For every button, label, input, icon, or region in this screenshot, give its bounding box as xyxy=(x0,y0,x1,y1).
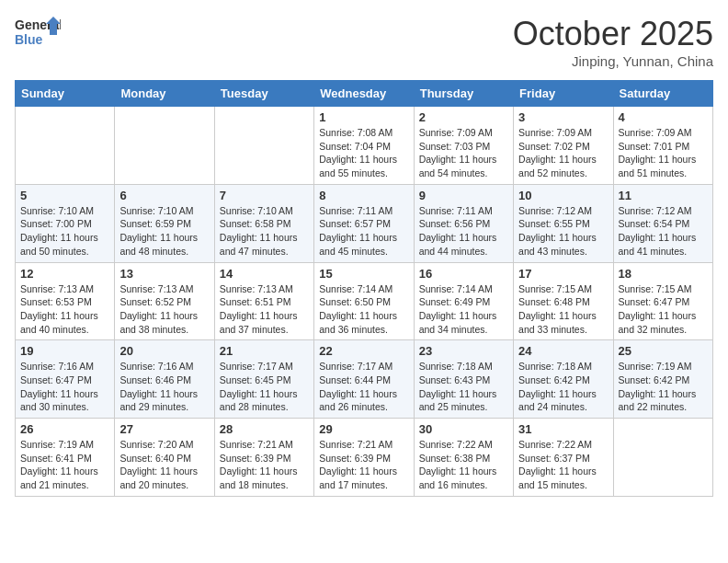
day-info: Sunrise: 7:11 AM Sunset: 6:57 PM Dayligh… xyxy=(319,204,408,259)
column-header-tuesday: Tuesday xyxy=(214,81,313,107)
calendar-cell: 18Sunrise: 7:15 AM Sunset: 6:47 PM Dayli… xyxy=(613,262,712,340)
calendar-header-row: SundayMondayTuesdayWednesdayThursdayFrid… xyxy=(16,81,713,107)
day-info: Sunrise: 7:13 AM Sunset: 6:52 PM Dayligh… xyxy=(119,282,209,337)
day-number: 6 xyxy=(119,189,209,202)
column-header-sunday: Sunday xyxy=(16,81,115,107)
calendar-cell: 6Sunrise: 7:10 AM Sunset: 6:59 PM Daylig… xyxy=(115,184,214,262)
calendar-cell: 28Sunrise: 7:21 AM Sunset: 6:39 PM Dayli… xyxy=(214,419,313,497)
day-number: 22 xyxy=(319,344,408,358)
day-info: Sunrise: 7:15 AM Sunset: 6:48 PM Dayligh… xyxy=(518,282,608,337)
calendar-cell: 5Sunrise: 7:10 AM Sunset: 7:00 PM Daylig… xyxy=(16,184,115,262)
calendar-cell: 7Sunrise: 7:10 AM Sunset: 6:58 PM Daylig… xyxy=(214,184,313,262)
calendar-cell xyxy=(115,107,214,185)
calendar-cell: 27Sunrise: 7:20 AM Sunset: 6:40 PM Dayli… xyxy=(115,419,214,497)
calendar-cell: 12Sunrise: 7:13 AM Sunset: 6:53 PM Dayli… xyxy=(16,262,115,340)
calendar-cell: 2Sunrise: 7:09 AM Sunset: 7:03 PM Daylig… xyxy=(414,107,513,185)
calendar-cell: 16Sunrise: 7:14 AM Sunset: 6:49 PM Dayli… xyxy=(414,262,513,340)
calendar-cell: 21Sunrise: 7:17 AM Sunset: 6:45 PM Dayli… xyxy=(214,340,313,419)
page-header: General Blue October 2025 Jinping, Yunna… xyxy=(15,15,713,69)
day-number: 19 xyxy=(20,344,109,358)
column-header-saturday: Saturday xyxy=(613,81,712,107)
day-info: Sunrise: 7:14 AM Sunset: 6:50 PM Dayligh… xyxy=(319,282,408,337)
calendar-cell: 23Sunrise: 7:18 AM Sunset: 6:43 PM Dayli… xyxy=(414,340,513,419)
day-info: Sunrise: 7:18 AM Sunset: 6:42 PM Dayligh… xyxy=(518,360,608,414)
day-number: 14 xyxy=(220,267,309,281)
day-info: Sunrise: 7:22 AM Sunset: 6:37 PM Dayligh… xyxy=(518,438,608,492)
day-info: Sunrise: 7:20 AM Sunset: 6:40 PM Dayligh… xyxy=(119,438,209,492)
day-number: 31 xyxy=(518,422,608,436)
calendar-cell: 24Sunrise: 7:18 AM Sunset: 6:42 PM Dayli… xyxy=(514,340,613,419)
calendar-cell: 19Sunrise: 7:16 AM Sunset: 6:47 PM Dayli… xyxy=(16,340,115,419)
calendar-cell xyxy=(613,419,712,497)
day-info: Sunrise: 7:21 AM Sunset: 6:39 PM Dayligh… xyxy=(220,438,309,492)
day-info: Sunrise: 7:14 AM Sunset: 6:49 PM Dayligh… xyxy=(419,282,508,337)
day-number: 15 xyxy=(319,267,408,281)
day-number: 13 xyxy=(119,267,209,281)
day-info: Sunrise: 7:19 AM Sunset: 6:42 PM Dayligh… xyxy=(619,360,708,414)
calendar-week-row: 12Sunrise: 7:13 AM Sunset: 6:53 PM Dayli… xyxy=(16,262,713,340)
calendar-week-row: 5Sunrise: 7:10 AM Sunset: 7:00 PM Daylig… xyxy=(16,184,713,262)
calendar-cell xyxy=(214,107,313,185)
day-info: Sunrise: 7:11 AM Sunset: 6:56 PM Dayligh… xyxy=(419,204,508,259)
calendar-cell: 11Sunrise: 7:12 AM Sunset: 6:54 PM Dayli… xyxy=(613,184,712,262)
calendar-table: SundayMondayTuesdayWednesdayThursdayFrid… xyxy=(15,80,713,497)
day-number: 8 xyxy=(319,189,408,202)
day-number: 9 xyxy=(419,189,508,202)
day-number: 28 xyxy=(220,422,309,436)
day-info: Sunrise: 7:12 AM Sunset: 6:54 PM Dayligh… xyxy=(619,204,708,259)
column-header-wednesday: Wednesday xyxy=(314,81,414,107)
title-section: October 2025 Jinping, Yunnan, China xyxy=(513,15,713,69)
calendar-cell: 26Sunrise: 7:19 AM Sunset: 6:41 PM Dayli… xyxy=(16,419,115,497)
day-info: Sunrise: 7:10 AM Sunset: 6:59 PM Dayligh… xyxy=(119,204,209,259)
day-number: 1 xyxy=(319,110,408,124)
column-header-friday: Friday xyxy=(514,81,613,107)
calendar-cell: 17Sunrise: 7:15 AM Sunset: 6:48 PM Dayli… xyxy=(514,262,613,340)
day-number: 7 xyxy=(220,189,309,202)
day-number: 24 xyxy=(518,344,608,358)
month-title: October 2025 xyxy=(513,15,713,53)
day-number: 4 xyxy=(619,110,708,124)
day-info: Sunrise: 7:17 AM Sunset: 6:44 PM Dayligh… xyxy=(319,360,408,414)
day-number: 3 xyxy=(518,110,608,124)
logo: General Blue xyxy=(15,15,61,50)
column-header-thursday: Thursday xyxy=(414,81,513,107)
day-info: Sunrise: 7:13 AM Sunset: 6:53 PM Dayligh… xyxy=(20,282,109,337)
day-info: Sunrise: 7:10 AM Sunset: 6:58 PM Dayligh… xyxy=(220,204,309,259)
calendar-week-row: 26Sunrise: 7:19 AM Sunset: 6:41 PM Dayli… xyxy=(16,419,713,497)
day-number: 2 xyxy=(419,110,508,124)
day-number: 17 xyxy=(518,267,608,281)
day-number: 25 xyxy=(619,344,708,358)
calendar-cell: 30Sunrise: 7:22 AM Sunset: 6:38 PM Dayli… xyxy=(414,419,513,497)
day-info: Sunrise: 7:17 AM Sunset: 6:45 PM Dayligh… xyxy=(220,360,309,414)
column-header-monday: Monday xyxy=(115,81,214,107)
day-number: 27 xyxy=(119,422,209,436)
day-number: 11 xyxy=(619,189,708,202)
day-number: 23 xyxy=(419,344,508,358)
day-info: Sunrise: 7:16 AM Sunset: 6:47 PM Dayligh… xyxy=(20,360,109,414)
day-info: Sunrise: 7:15 AM Sunset: 6:47 PM Dayligh… xyxy=(619,282,708,337)
calendar-cell xyxy=(16,107,115,185)
logo-svg: General Blue xyxy=(15,15,61,50)
day-info: Sunrise: 7:08 AM Sunset: 7:04 PM Dayligh… xyxy=(319,126,408,180)
day-info: Sunrise: 7:16 AM Sunset: 6:46 PM Dayligh… xyxy=(119,360,209,414)
calendar-cell: 25Sunrise: 7:19 AM Sunset: 6:42 PM Dayli… xyxy=(613,340,712,419)
day-number: 20 xyxy=(119,344,209,358)
day-number: 10 xyxy=(518,189,608,202)
day-info: Sunrise: 7:09 AM Sunset: 7:02 PM Dayligh… xyxy=(518,126,608,180)
day-number: 26 xyxy=(20,422,109,436)
calendar-cell: 1Sunrise: 7:08 AM Sunset: 7:04 PM Daylig… xyxy=(314,107,414,185)
day-info: Sunrise: 7:21 AM Sunset: 6:39 PM Dayligh… xyxy=(319,438,408,492)
day-number: 18 xyxy=(619,267,708,281)
svg-text:Blue: Blue xyxy=(15,32,43,47)
calendar-cell: 13Sunrise: 7:13 AM Sunset: 6:52 PM Dayli… xyxy=(115,262,214,340)
calendar-cell: 8Sunrise: 7:11 AM Sunset: 6:57 PM Daylig… xyxy=(314,184,414,262)
day-info: Sunrise: 7:22 AM Sunset: 6:38 PM Dayligh… xyxy=(419,438,508,492)
day-number: 5 xyxy=(20,189,109,202)
day-info: Sunrise: 7:13 AM Sunset: 6:51 PM Dayligh… xyxy=(220,282,309,337)
day-info: Sunrise: 7:09 AM Sunset: 7:03 PM Dayligh… xyxy=(419,126,508,180)
calendar-cell: 10Sunrise: 7:12 AM Sunset: 6:55 PM Dayli… xyxy=(514,184,613,262)
calendar-cell: 9Sunrise: 7:11 AM Sunset: 6:56 PM Daylig… xyxy=(414,184,513,262)
day-info: Sunrise: 7:19 AM Sunset: 6:41 PM Dayligh… xyxy=(20,438,109,492)
calendar-cell: 29Sunrise: 7:21 AM Sunset: 6:39 PM Dayli… xyxy=(314,419,414,497)
day-number: 21 xyxy=(220,344,309,358)
